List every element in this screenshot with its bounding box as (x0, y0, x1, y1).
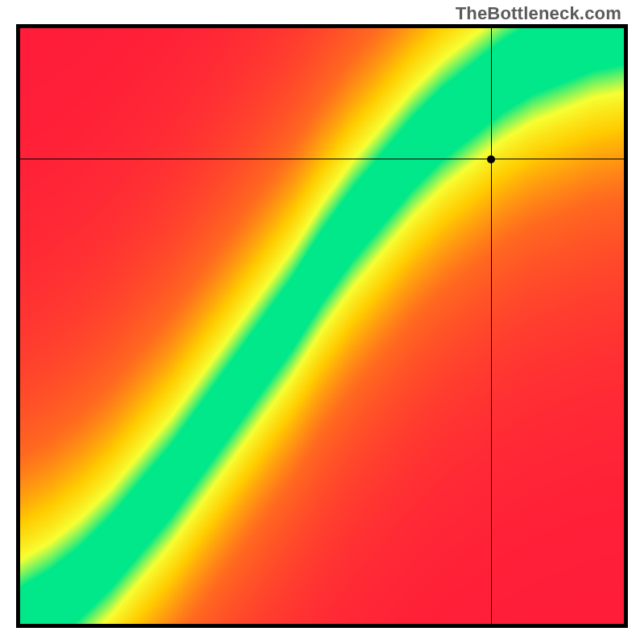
plot-area (16, 24, 628, 628)
watermark-label: TheBottleneck.com (456, 3, 621, 24)
chart-container: TheBottleneck.com (0, 0, 644, 644)
heatmap-canvas (20, 28, 624, 624)
